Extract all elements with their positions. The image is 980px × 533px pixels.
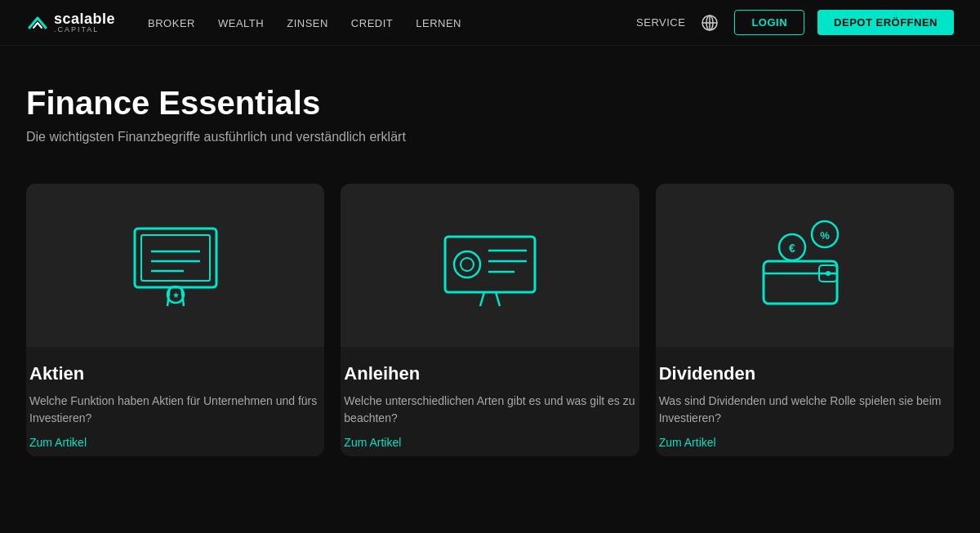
card-dividenden-image: € %	[656, 184, 954, 347]
svg-line-11	[181, 286, 184, 306]
svg-point-14	[454, 251, 480, 278]
svg-text:★: ★	[172, 291, 179, 300]
card-dividenden-title: Dividenden	[659, 363, 951, 384]
nav-menu: BROKER WEALTH ZINSEN CREDIT LERNEN	[148, 16, 461, 30]
card-aktien-link[interactable]: Zum Artikel	[29, 436, 87, 449]
login-button[interactable]: LOGIN	[734, 10, 804, 35]
svg-rect-5	[141, 235, 210, 281]
card-dividenden: € % Dividenden Was sind Dividenden und w…	[656, 184, 954, 456]
nav-right: SERVICE LOGIN DEPOT ERÖFFNEN	[636, 10, 954, 35]
dividenden-icon: € %	[747, 216, 862, 314]
card-aktien-image: ★	[26, 184, 324, 347]
brand-icon	[26, 11, 49, 34]
svg-rect-4	[135, 229, 216, 287]
globe-icon[interactable]	[698, 11, 721, 34]
svg-text:%: %	[821, 229, 831, 242]
card-aktien-body: Aktien Welche Funktion haben Aktien für …	[26, 347, 324, 456]
nav-credit[interactable]: CREDIT	[351, 17, 393, 29]
brand-name: scalable	[54, 11, 115, 26]
service-label[interactable]: SERVICE	[636, 16, 685, 29]
card-aktien: ★ Aktien Welche Funktion haben Aktien fü…	[26, 184, 324, 456]
logo[interactable]: scalable .CAPITAL	[26, 11, 115, 34]
card-anleihen-link[interactable]: Zum Artikel	[344, 436, 401, 449]
hero-title: Finance Essentials	[26, 85, 954, 122]
svg-line-10	[167, 286, 170, 306]
svg-point-15	[461, 258, 474, 271]
card-anleihen-desc: Welche unterschiedlichen Arten gibt es u…	[344, 393, 635, 427]
card-aktien-desc: Welche Funktion haben Aktien für Unterne…	[29, 393, 321, 427]
card-anleihen-title: Anleihen	[344, 363, 635, 384]
card-dividenden-desc: Was sind Dividenden und welche Rolle spi…	[659, 393, 951, 427]
svg-point-23	[826, 271, 831, 276]
cards-section: ★ Aktien Welche Funktion haben Aktien fü…	[0, 161, 980, 482]
nav-zinsen[interactable]: ZINSEN	[287, 17, 328, 29]
nav-lernen[interactable]: LERNEN	[416, 17, 461, 29]
card-anleihen-image	[341, 184, 639, 347]
card-dividenden-link[interactable]: Zum Artikel	[659, 436, 716, 449]
anleihen-icon	[433, 216, 547, 314]
nav-wealth[interactable]: WEALTH	[218, 17, 264, 29]
brand-sub: .CAPITAL	[54, 26, 115, 33]
aktien-icon: ★	[118, 216, 233, 314]
svg-rect-13	[445, 237, 535, 292]
svg-line-19	[480, 292, 484, 306]
nav-broker[interactable]: BROKER	[148, 17, 195, 29]
depot-button[interactable]: DEPOT ERÖFFNEN	[817, 10, 954, 35]
svg-line-20	[496, 292, 500, 306]
card-dividenden-body: Dividenden Was sind Dividenden und welch…	[656, 347, 954, 456]
card-anleihen: Anleihen Welche unterschiedlichen Arten …	[341, 184, 639, 456]
svg-text:€: €	[789, 242, 795, 255]
hero-section: Finance Essentials Die wichtigsten Finan…	[0, 46, 980, 161]
card-anleihen-body: Anleihen Welche unterschiedlichen Arten …	[341, 347, 639, 456]
navbar: scalable .CAPITAL BROKER WEALTH ZINSEN C…	[0, 0, 980, 46]
card-aktien-title: Aktien	[29, 363, 321, 384]
hero-subtitle: Die wichtigsten Finanzbegriffe ausführli…	[26, 130, 954, 144]
